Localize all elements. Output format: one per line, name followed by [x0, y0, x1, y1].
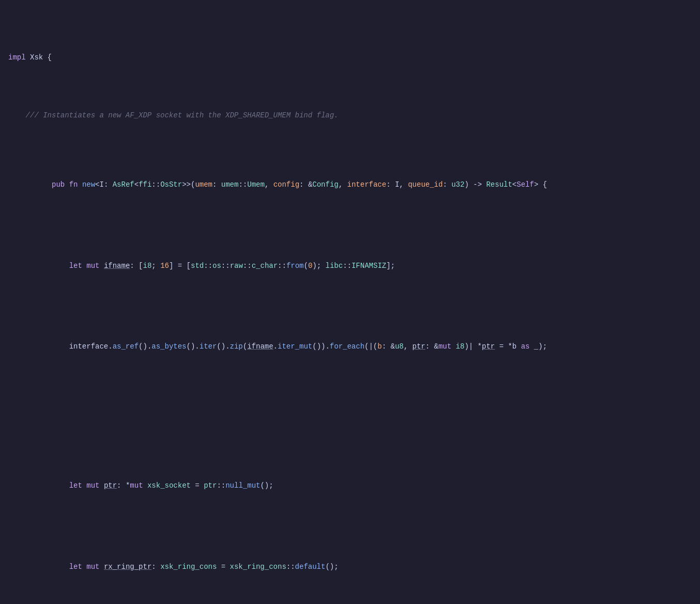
code-line-3: pub fn new<I: AsRef<ffi::OsStr>>(umem: u… — [0, 167, 700, 202]
code-line-6 — [0, 411, 700, 422]
code-line-4: let mut ifname: [i8; 16] = [std::os::raw… — [0, 248, 700, 283]
code-line-2: /// Instantiates a new AF_XDP socket wit… — [0, 110, 700, 121]
code-line-7: let mut ptr: *mut xsk_socket = ptr::null… — [0, 469, 700, 503]
code-line-8: let mut rx_ring_ptr: xsk_ring_cons = xsk… — [0, 549, 700, 584]
code-line-5: interface.as_ref().as_bytes().iter().zip… — [0, 329, 700, 364]
code-editor: impl Xsk { /// Instantiates a new AF_XDP… — [0, 0, 700, 604]
code-line-1: impl Xsk { — [0, 52, 700, 63]
